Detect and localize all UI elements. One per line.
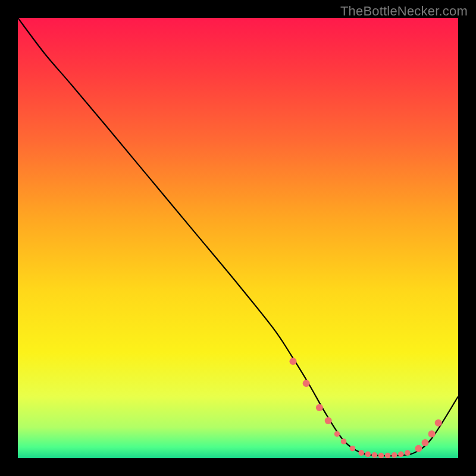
curve-marker <box>428 430 436 437</box>
curve-marker <box>303 380 310 387</box>
curve-marker <box>422 439 429 446</box>
curve-marker <box>350 446 356 452</box>
curve-marker <box>358 450 364 456</box>
curve-marker <box>435 419 442 427</box>
curve-marker <box>316 404 323 411</box>
curve-marker <box>372 452 378 458</box>
chart-plot <box>18 18 458 458</box>
curve-marker <box>392 452 397 458</box>
curve-marker <box>378 453 384 458</box>
curve-marker <box>415 445 422 452</box>
curve-marker <box>365 452 371 458</box>
chart-stage: TheBottleNecker.com <box>0 0 476 476</box>
curve-marker <box>334 431 340 437</box>
curve-marker <box>341 439 347 444</box>
curve-marker <box>325 417 332 424</box>
curve-marker <box>398 452 404 458</box>
curve-marker <box>290 358 297 365</box>
curve-marker <box>405 450 411 456</box>
chart-svg <box>18 18 458 458</box>
chart-background <box>18 18 458 458</box>
watermark-text: TheBottleNecker.com <box>340 4 468 19</box>
curve-marker <box>385 453 391 458</box>
